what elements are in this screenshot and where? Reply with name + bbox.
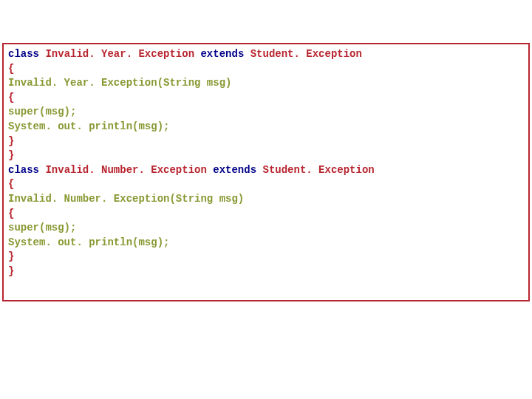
brace-open: { bbox=[8, 63, 14, 75]
keyword-extends: extends bbox=[200, 48, 250, 60]
brace-close: } bbox=[8, 149, 14, 161]
stmt: super(msg); bbox=[8, 106, 76, 117]
stmt: System. out. println(msg); bbox=[8, 120, 169, 132]
stmt: super(msg); bbox=[8, 222, 76, 233]
class-name: Invalid. Number. Exception bbox=[45, 164, 213, 176]
keyword-class: class bbox=[8, 48, 45, 60]
brace-open: { bbox=[8, 178, 14, 190]
brace-close: } bbox=[8, 135, 14, 147]
stmt: System. out. println(msg); bbox=[8, 236, 169, 248]
class-name: Invalid. Year. Exception bbox=[45, 48, 200, 60]
brace-open: { bbox=[8, 208, 14, 219]
code-block: class Invalid. Year. Exception extends S… bbox=[2, 43, 530, 301]
ctor-args: (String msg) bbox=[169, 193, 244, 205]
keyword-class: class bbox=[8, 164, 45, 176]
brace-open: { bbox=[8, 92, 14, 103]
keyword-extends: extends bbox=[213, 164, 262, 176]
brace-close: } bbox=[8, 265, 14, 277]
ctor-args: (String msg) bbox=[157, 77, 232, 89]
ctor-name: Invalid. Year. Exception bbox=[8, 77, 157, 89]
parent-class: Student. Exception bbox=[262, 164, 374, 176]
ctor-name: Invalid. Number. Exception bbox=[8, 193, 169, 205]
brace-close: } bbox=[8, 250, 14, 262]
parent-class: Student. Exception bbox=[250, 48, 362, 60]
